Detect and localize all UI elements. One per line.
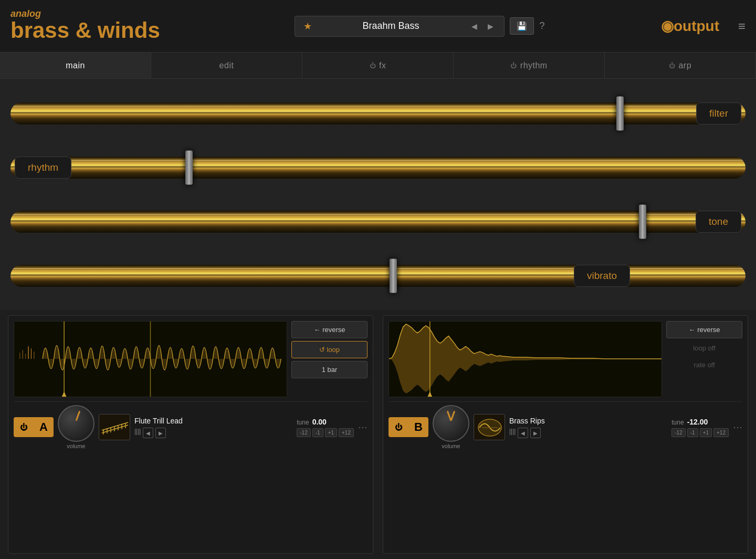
waveform-display-b[interactable] [388, 321, 662, 397]
app-container: analog brass & winds ★ Braahm Bass ◀ ▶ 💾… [0, 0, 756, 559]
tab-rhythm-label: rhythm [520, 61, 548, 70]
panels-divider [376, 315, 380, 554]
fx-power-icon[interactable]: ⏻ [370, 62, 376, 69]
volume-wrap-a: volume [58, 405, 94, 449]
tune-minus12-b[interactable]: -12 [671, 428, 685, 437]
inst-next-a[interactable]: ▶ [155, 428, 166, 438]
instrument-name-block-b: Brass Rips |||| ◀ ▶ [509, 416, 667, 438]
tune-label-b: tune [671, 419, 684, 426]
brand-main: brass & winds [10, 18, 189, 43]
rhythm-tube [0, 153, 756, 182]
rhythm-slider-thumb[interactable] [185, 150, 193, 184]
rhythm-tube-body [10, 157, 746, 179]
tab-arp-label: arp [678, 61, 691, 70]
tune-label-a: tune [297, 419, 309, 426]
volume-knob-b[interactable] [433, 405, 469, 442]
filter-tube-body [10, 102, 746, 125]
instrument-thumb-a [99, 414, 130, 440]
waveform-display-a[interactable] [14, 321, 287, 397]
tab-edit-label: edit [219, 61, 234, 70]
reverse-button-a[interactable]: ← reverse [291, 321, 368, 338]
waveform-svg-b [389, 322, 662, 397]
panel-b: ← reverse loop off rate off ⏻ B [383, 315, 748, 554]
tab-fx-label: fx [379, 61, 386, 70]
vibrato-tube [0, 261, 756, 290]
instrument-nav-b: |||| ◀ ▶ [509, 428, 667, 438]
tab-fx[interactable]: ⏻ fx [302, 53, 454, 78]
star-icon[interactable]: ★ [303, 20, 312, 32]
tune-plus1-a[interactable]: +1 [325, 428, 337, 437]
instrument-name-a: Flute Trill Lead [134, 416, 292, 426]
controls-a: ← reverse ↺ loop 1 bar [291, 321, 368, 397]
more-options-a[interactable]: ⋯ [358, 421, 368, 433]
tab-edit[interactable]: edit [151, 53, 302, 78]
instrument-name-block-a: Flute Trill Lead |||| ◀ ▶ [134, 416, 292, 438]
tune-plus12-a[interactable]: +12 [339, 428, 354, 437]
brand-analog: analog [10, 9, 189, 18]
tab-rhythm[interactable]: ⏻ rhythm [454, 53, 605, 78]
volume-knob-a[interactable] [58, 405, 94, 442]
tone-slider-thumb[interactable] [639, 204, 646, 239]
channel-label-a: A [34, 417, 54, 437]
instrument-svg-a [99, 415, 130, 440]
tune-minus1-a[interactable]: -1 [312, 428, 323, 437]
power-toggle-a[interactable]: ⏻ [14, 417, 34, 437]
volume-wrap-b: volume [433, 405, 469, 449]
vibrato-slider-thumb[interactable] [390, 258, 397, 293]
arp-power-icon[interactable]: ⏻ [669, 62, 676, 69]
filter-tube [0, 99, 756, 128]
sliders-area: filter rhythm [0, 79, 756, 310]
more-options-b[interactable]: ⋯ [733, 421, 742, 433]
volume-label-b: volume [442, 443, 460, 449]
tab-main[interactable]: main [0, 53, 151, 78]
tune-plus1-b[interactable]: +1 [700, 428, 712, 437]
controls-b: ← reverse loop off rate off [666, 321, 742, 397]
inst-next-b[interactable]: ▶ [530, 428, 541, 438]
panel-b-footer: ⏻ B volume [388, 401, 742, 449]
reverse-button-b[interactable]: ← reverse [666, 321, 742, 338]
volume-label-a: volume [67, 443, 85, 449]
inst-prev-b[interactable]: ◀ [518, 428, 528, 438]
menu-button[interactable]: ≡ [738, 19, 746, 34]
tune-section-b: tune -12.00 -12 -1 +1 +12 [671, 418, 729, 437]
tune-value-a: 0.00 [312, 418, 327, 426]
tune-plus12-b[interactable]: +12 [713, 428, 729, 437]
loop-button-a[interactable]: ↺ loop [291, 341, 368, 358]
preset-name: Braahm Bass [318, 20, 463, 32]
preset-section: ★ Braahm Bass ◀ ▶ 💾 ? [189, 16, 650, 37]
rhythm-label: rhythm [15, 157, 71, 179]
tone-tube [0, 207, 756, 236]
filter-slider-thumb[interactable] [616, 96, 624, 130]
panel-a-footer: ⏻ A volume [14, 401, 368, 449]
next-preset-button[interactable]: ▶ [486, 21, 496, 32]
nav-tabs: main edit ⏻ fx ⏻ rhythm ⏻ arp [0, 53, 756, 79]
brand-title: analog brass & winds [10, 9, 189, 43]
instrument-thumb-b [474, 414, 505, 440]
tab-arp[interactable]: ⏻ arp [605, 53, 756, 78]
tune-minus12-a[interactable]: -12 [297, 428, 310, 437]
tune-section-a: tune 0.00 -12 -1 +1 +12 [297, 418, 354, 437]
rhythm-slider-row: rhythm [0, 142, 756, 192]
help-button[interactable]: ? [539, 20, 544, 32]
loop-off-label-b: loop off [666, 341, 742, 355]
instrument-name-b: Brass Rips [509, 416, 667, 426]
panel-a: ← reverse ↺ loop 1 bar ⏻ A volume [8, 315, 373, 554]
tone-label: tone [696, 211, 741, 233]
tune-controls-b: -12 -1 +1 +12 [671, 428, 729, 437]
tone-tube-body [10, 211, 746, 233]
panel-a-wf-row: ← reverse ↺ loop 1 bar [14, 321, 368, 397]
save-button[interactable]: 💾 [510, 17, 534, 35]
tune-value-b: -12.00 [687, 418, 708, 426]
vibrato-slider-row: vibrato [0, 251, 756, 301]
bar-button-a[interactable]: 1 bar [291, 361, 368, 378]
filter-label: filter [696, 102, 741, 125]
inst-prev-a[interactable]: ◀ [143, 428, 153, 438]
instrument-svg-b [474, 415, 505, 440]
power-toggle-b[interactable]: ⏻ [388, 417, 408, 437]
filter-slider-row: filter [0, 88, 756, 138]
rhythm-power-icon[interactable]: ⏻ [510, 62, 517, 69]
tune-minus1-b[interactable]: -1 [687, 428, 698, 437]
preset-bar: ★ Braahm Bass ◀ ▶ [295, 16, 505, 37]
panel-b-wf-row: ← reverse loop off rate off [388, 321, 742, 397]
prev-preset-button[interactable]: ◀ [469, 21, 479, 32]
